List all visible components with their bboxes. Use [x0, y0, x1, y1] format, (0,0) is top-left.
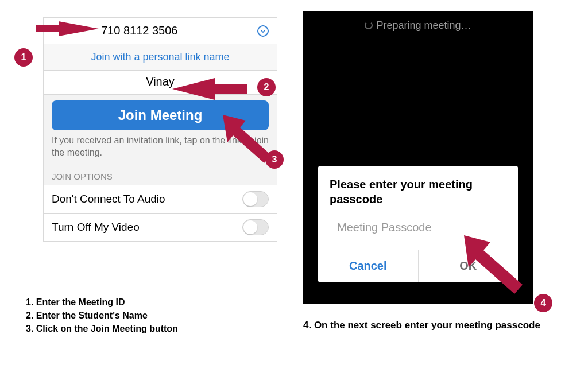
svg-marker-0: [36, 21, 99, 36]
toggle-audio[interactable]: [242, 191, 269, 207]
instruction-3: 3. Click on the Join Meeting button: [26, 322, 178, 335]
meeting-id-input[interactable]: 710 8112 3506: [101, 24, 257, 37]
preparing-status: Preparing meeting…: [303, 11, 533, 32]
instruction-1: 1. Enter the Meeting ID: [26, 296, 178, 309]
instruction-2: 2. Enter the Student's Name: [26, 309, 178, 322]
cancel-button[interactable]: Cancel: [318, 250, 419, 282]
badge-4: 4: [534, 294, 552, 312]
option-video-row: Turn Off My Video: [44, 213, 277, 242]
chevron-down-icon[interactable]: [257, 25, 269, 37]
badge-2: 2: [257, 78, 276, 96]
svg-marker-2: [223, 115, 271, 163]
svg-marker-3: [464, 235, 523, 294]
instruction-4: 4. On the next screeb enter your meeting…: [303, 319, 540, 332]
svg-marker-1: [172, 78, 247, 100]
instructions-left: 1. Enter the Meeting ID 2. Enter the Stu…: [26, 296, 178, 336]
instructions-right: 4. On the next screeb enter your meeting…: [303, 319, 540, 332]
badge-1: 1: [14, 48, 33, 67]
arrow-2-icon: [172, 75, 247, 103]
option-audio-label: Don't Connect To Audio: [52, 193, 165, 205]
spinner-icon: [365, 21, 373, 29]
arrow-4-icon: [464, 235, 527, 298]
badge-3: 3: [265, 150, 284, 169]
toggle-video[interactable]: [242, 219, 269, 235]
preparing-text: Preparing meeting…: [376, 20, 471, 31]
option-audio-row: Don't Connect To Audio: [44, 185, 277, 213]
arrow-1-icon: [36, 17, 99, 40]
passcode-modal-title: Please enter your meeting passcode: [318, 166, 518, 215]
option-video-label: Turn Off My Video: [52, 221, 140, 234]
personal-link[interactable]: Join with a personal link name: [44, 44, 277, 71]
join-options-header: JOIN OPTIONS: [44, 166, 277, 185]
